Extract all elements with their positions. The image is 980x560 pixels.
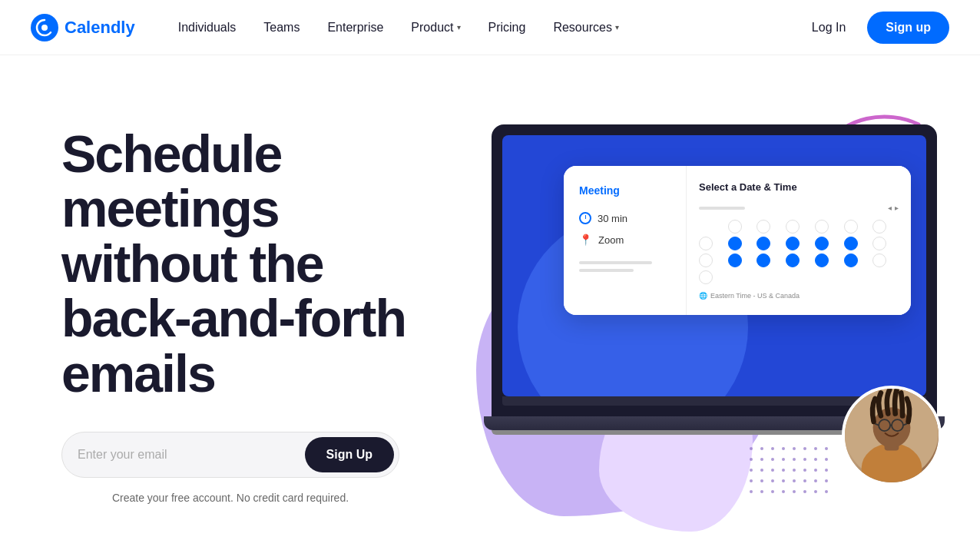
dot (771, 447, 774, 450)
dot (793, 458, 796, 461)
dot (825, 447, 828, 450)
dot (750, 469, 753, 472)
nav-individuals[interactable]: Individuals (166, 15, 249, 41)
cal-cell-active[interactable] (728, 237, 742, 250)
cal-cell-active[interactable] (815, 237, 829, 250)
nav-product[interactable]: Product ▾ (399, 15, 472, 41)
dot (760, 458, 763, 461)
dot (793, 479, 796, 482)
dot (771, 479, 774, 482)
cal-cell[interactable] (872, 237, 886, 250)
dot (750, 458, 753, 461)
dots-decoration (750, 447, 842, 509)
duration-detail: 30 min (579, 212, 670, 224)
dot (782, 447, 785, 450)
dot (782, 490, 785, 493)
dot (782, 458, 785, 461)
cal-cell[interactable] (844, 220, 858, 234)
cal-cell-active[interactable] (786, 253, 800, 267)
nav-pricing[interactable]: Pricing (476, 15, 538, 41)
svg-point-1 (41, 25, 48, 31)
card-left-panel: Meeting 30 min 📍 Zoom (564, 166, 687, 315)
next-arrow[interactable]: ▸ (895, 204, 899, 212)
dot (793, 447, 796, 450)
hero-title: Schedule meetings without the back-and-f… (61, 127, 430, 401)
dot (814, 447, 817, 450)
location-detail: 📍 Zoom (579, 234, 670, 246)
nav-actions: Log In Sign up (803, 12, 949, 44)
cal-cell (757, 270, 770, 284)
cal-cell[interactable] (757, 220, 770, 234)
cal-cell[interactable] (699, 253, 713, 267)
hero-subtext: Create your free account. No credit card… (61, 490, 399, 506)
hero-form: Sign Up (61, 432, 399, 478)
cal-cell-active[interactable] (757, 237, 770, 250)
cal-cell (872, 270, 886, 284)
dot (803, 469, 806, 472)
calendar-grid (699, 220, 899, 284)
dot (814, 458, 817, 461)
prev-arrow[interactable]: ◂ (888, 204, 892, 212)
cal-cell-active[interactable] (786, 237, 800, 250)
cal-cell[interactable] (699, 270, 713, 284)
logo-text: Calendly (65, 18, 135, 38)
cal-cell-active[interactable] (728, 253, 742, 267)
dot (760, 490, 763, 493)
dot (814, 490, 817, 493)
dot (750, 447, 753, 450)
cal-cell-active[interactable] (844, 237, 858, 250)
hero-section: Schedule meetings without the back-and-f… (0, 55, 980, 532)
cal-cell[interactable] (728, 220, 742, 234)
calendar-nav: ◂ ▸ (699, 204, 899, 212)
cal-cell-active[interactable] (757, 253, 770, 267)
nav-teams[interactable]: Teams (251, 15, 312, 41)
dot (750, 490, 753, 493)
dot (771, 490, 774, 493)
dot (782, 479, 785, 482)
dot (750, 479, 753, 482)
clock-icon (579, 212, 591, 224)
dot (803, 479, 806, 482)
avatar-image (845, 389, 939, 482)
cal-cell[interactable] (786, 220, 800, 234)
card-line (579, 261, 652, 264)
dot (803, 447, 806, 450)
dot (803, 458, 806, 461)
scheduling-card: Meeting 30 min 📍 Zoom (564, 166, 911, 315)
login-button[interactable]: Log In (803, 15, 855, 41)
month-bar (699, 207, 745, 210)
cal-cell[interactable] (872, 253, 886, 267)
hero-right: Meeting 30 min 📍 Zoom (445, 101, 934, 532)
card-lines (579, 261, 670, 272)
dot (771, 458, 774, 461)
dot (825, 458, 828, 461)
email-input[interactable] (78, 442, 305, 468)
cal-cell-active[interactable] (815, 253, 829, 267)
logo-link[interactable]: Calendly (31, 14, 135, 41)
nav-enterprise[interactable]: Enterprise (315, 15, 396, 41)
dot (825, 469, 828, 472)
person-avatar (842, 386, 942, 485)
cal-cell (844, 270, 858, 284)
laptop-screen: Meeting 30 min 📍 Zoom (502, 135, 926, 396)
dot (760, 469, 763, 472)
meeting-label: Meeting (579, 184, 670, 197)
card-line (579, 269, 634, 272)
cal-cell (815, 270, 829, 284)
cal-cell[interactable] (872, 220, 886, 234)
nav-resources[interactable]: Resources ▾ (541, 15, 631, 41)
dot (814, 469, 817, 472)
chevron-down-icon: ▾ (615, 23, 619, 31)
signup-button[interactable]: Sign up (867, 12, 949, 44)
cal-cell[interactable] (815, 220, 829, 234)
dot (760, 447, 763, 450)
cal-cell (728, 270, 742, 284)
timezone-label: 🌐 Eastern Time - US & Canada (699, 292, 899, 300)
cal-cell-active[interactable] (844, 253, 858, 267)
cal-cell[interactable] (699, 237, 713, 250)
hero-signup-button[interactable]: Sign Up (305, 437, 394, 472)
cal-cell (699, 220, 713, 234)
dot (771, 469, 774, 472)
dot (825, 479, 828, 482)
select-date-label: Select a Date & Time (699, 181, 899, 193)
